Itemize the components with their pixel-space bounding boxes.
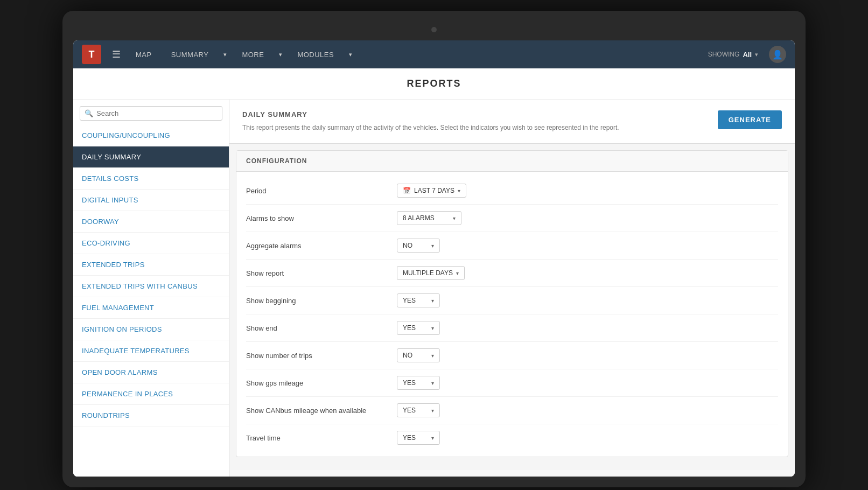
label-canbus: Show CANbus mileage when available	[246, 407, 397, 415]
label-travel: Travel time	[246, 434, 397, 442]
sidebar-item-details-costs[interactable]: DETAILS COSTS	[73, 168, 229, 190]
report-header-card: DAILY SUMMARY This report presents the d…	[229, 100, 795, 144]
dropdown-trips[interactable]: NO ▾	[397, 348, 440, 362]
sidebar-item-fuel-management[interactable]: FUEL MANAGEMENT	[73, 297, 229, 319]
control-show-report: MULTIPLE DAYS ▾	[397, 266, 465, 280]
calendar-icon: 📅	[403, 187, 411, 194]
sidebar-item-roundtrips[interactable]: ROUNDTRIPS	[73, 405, 229, 426]
dropdown-show-report-caret: ▾	[456, 270, 459, 276]
dropdown-show-begin-value: YES	[403, 297, 416, 304]
dropdown-show-begin-caret: ▾	[431, 298, 434, 304]
dropdown-show-report[interactable]: MULTIPLE DAYS ▾	[397, 266, 465, 280]
dropdown-aggregate-caret: ▾	[431, 243, 434, 249]
control-travel: YES ▾	[397, 431, 440, 445]
dropdown-gps-caret: ▾	[431, 380, 434, 386]
more-caret: ▾	[279, 51, 282, 58]
control-canbus: YES ▾	[397, 403, 440, 417]
app-logo[interactable]: T	[82, 45, 101, 64]
label-show-end: Show end	[246, 324, 397, 332]
dropdown-gps-value: YES	[403, 379, 416, 387]
config-row-show-report: Show report MULTIPLE DAYS ▾	[246, 260, 778, 287]
sidebar-item-ignition[interactable]: IGNITION ON PERIODS	[73, 319, 229, 340]
label-period: Period	[246, 187, 397, 195]
label-show-report: Show report	[246, 269, 397, 277]
avatar[interactable]: 👤	[769, 46, 786, 63]
control-trips: NO ▾	[397, 348, 440, 362]
sidebar-item-extended-trips-canbus[interactable]: EXTENDED TRIPS WITH CANBUS	[73, 276, 229, 297]
showing-caret: ▾	[755, 51, 758, 58]
label-alarms: Alarms to show	[246, 214, 397, 222]
report-title: DAILY SUMMARY	[242, 110, 619, 118]
dropdown-gps[interactable]: YES ▾	[397, 376, 440, 390]
dropdown-aggregate[interactable]: NO ▾	[397, 239, 440, 253]
dropdown-show-end[interactable]: YES ▾	[397, 321, 440, 335]
dropdown-alarms[interactable]: 8 ALARMS ▾	[397, 211, 461, 225]
dropdown-travel[interactable]: YES ▾	[397, 431, 440, 445]
screen: T ☰ MAP SUMMARY ▾ MORE ▾ MODULES ▾ SHOWI…	[73, 40, 795, 477]
config-row-aggregate: Aggregate alarms NO ▾	[246, 232, 778, 260]
dropdown-alarms-value: 8 ALARMS	[403, 214, 435, 222]
sidebar-list: COUPLING/UNCOUPLING DAILY SUMMARY DETAIL…	[73, 125, 229, 477]
config-body: Period 📅 LAST 7 DAYS ▾ Alar	[236, 172, 788, 457]
dropdown-travel-caret: ▾	[431, 435, 434, 441]
config-row-show-begin: Show beggining YES ▾	[246, 287, 778, 314]
control-aggregate: NO ▾	[397, 239, 440, 253]
dropdown-trips-caret: ▾	[431, 353, 434, 359]
sidebar: 🔍 COUPLING/UNCOUPLING DAILY SUMMARY DETA…	[73, 100, 229, 477]
dropdown-travel-value: YES	[403, 434, 416, 442]
control-gps: YES ▾	[397, 376, 440, 390]
config-row-alarms: Alarms to show 8 ALARMS ▾	[246, 205, 778, 232]
label-aggregate: Aggregate alarms	[246, 242, 397, 250]
nav-summary[interactable]: SUMMARY	[167, 48, 213, 61]
dropdown-canbus[interactable]: YES ▾	[397, 403, 440, 417]
nav-more[interactable]: MORE	[237, 48, 268, 61]
dropdown-canbus-value: YES	[403, 407, 416, 414]
sidebar-item-permanence[interactable]: PERMANENCE IN PLACES	[73, 383, 229, 405]
control-show-end: YES ▾	[397, 321, 440, 335]
search-icon: 🔍	[85, 109, 93, 117]
dropdown-show-end-caret: ▾	[431, 325, 434, 331]
sidebar-item-daily-summary[interactable]: DAILY SUMMARY	[73, 146, 229, 168]
sidebar-item-coupling[interactable]: COUPLING/UNCOUPLING	[73, 125, 229, 146]
main-content: 🔍 COUPLING/UNCOUPLING DAILY SUMMARY DETA…	[73, 100, 795, 477]
navbar: T ☰ MAP SUMMARY ▾ MORE ▾ MODULES ▾ SHOWI…	[73, 40, 795, 68]
showing-label: SHOWING All ▾	[708, 51, 758, 59]
search-box: 🔍	[73, 100, 229, 125]
page-title: REPORTS	[73, 68, 795, 100]
nav-modules[interactable]: MODULES	[293, 48, 338, 61]
generate-button[interactable]: GENERATE	[718, 110, 782, 129]
sidebar-item-digital-inputs[interactable]: DIGITAL INPUTS	[73, 190, 229, 211]
nav-map[interactable]: MAP	[131, 48, 156, 61]
dropdown-show-report-value: MULTIPLE DAYS	[403, 269, 453, 277]
right-panel: DAILY SUMMARY This report presents the d…	[229, 100, 795, 477]
config-row-canbus: Show CANbus mileage when available YES ▾	[246, 397, 778, 424]
config-section: CONFIGURATION Period 📅 LAST 7 DAYS ▾	[236, 150, 788, 457]
search-input[interactable]	[96, 109, 218, 117]
control-period: 📅 LAST 7 DAYS ▾	[397, 184, 466, 198]
sidebar-item-extended-trips[interactable]: EXTENDED TRIPS	[73, 254, 229, 276]
dropdown-canbus-caret: ▾	[431, 408, 434, 414]
sidebar-item-open-door[interactable]: OPEN DOOR ALARMS	[73, 362, 229, 383]
config-row-travel: Travel time YES ▾	[246, 424, 778, 451]
device-frame: T ☰ MAP SUMMARY ▾ MORE ▾ MODULES ▾ SHOWI…	[62, 11, 806, 487]
sidebar-item-inadequate-temps[interactable]: INADEQUATE TEMPERATURES	[73, 340, 229, 362]
device-camera	[431, 27, 437, 32]
label-show-begin: Show beggining	[246, 297, 397, 305]
config-row-gps: Show gps mileage YES ▾	[246, 369, 778, 397]
dropdown-show-begin[interactable]: YES ▾	[397, 293, 440, 307]
config-row-period: Period 📅 LAST 7 DAYS ▾	[246, 177, 778, 205]
dropdown-trips-value: NO	[403, 352, 412, 359]
label-trips: Show number of trips	[246, 352, 397, 360]
dropdown-aggregate-value: NO	[403, 242, 412, 249]
hamburger-icon[interactable]: ☰	[112, 48, 121, 60]
sidebar-item-doorway[interactable]: DOORWAY	[73, 211, 229, 233]
dropdown-period[interactable]: 📅 LAST 7 DAYS ▾	[397, 184, 466, 198]
search-input-wrap[interactable]: 🔍	[80, 106, 222, 121]
dropdown-period-caret: ▾	[458, 188, 460, 194]
dropdown-show-end-value: YES	[403, 324, 416, 332]
modules-caret: ▾	[349, 51, 352, 58]
report-description: This report presents the daily summary o…	[242, 123, 619, 132]
showing-value[interactable]: All	[743, 51, 752, 59]
avatar-icon: 👤	[772, 50, 783, 60]
sidebar-item-eco-driving[interactable]: ECO-DRIVING	[73, 233, 229, 254]
